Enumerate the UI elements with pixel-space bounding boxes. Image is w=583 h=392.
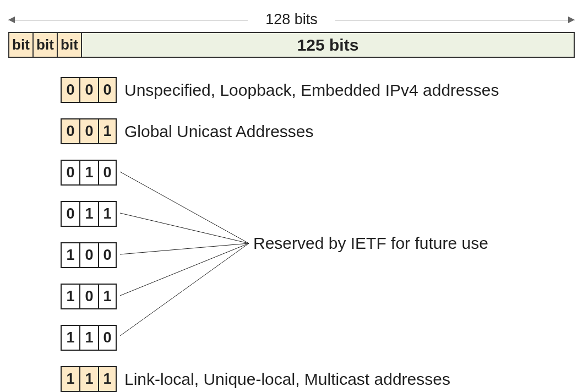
bit-digit: 1 bbox=[98, 118, 117, 144]
bit-triplet: 1 0 0 bbox=[61, 242, 117, 268]
bit-triplet: 0 0 1 bbox=[61, 118, 117, 144]
bit-triplet: 0 0 0 bbox=[61, 77, 117, 103]
bit-digit: 1 bbox=[79, 160, 98, 186]
bit-digit: 1 bbox=[98, 201, 117, 227]
bit-digit: 0 bbox=[61, 160, 79, 186]
prefix-row-110: 1 1 0 bbox=[61, 325, 575, 351]
bit-digit: 0 bbox=[61, 77, 79, 103]
bit-digit: 0 bbox=[98, 242, 117, 268]
prefix-row-111: 1 1 1 Link-local, Unique-local, Multicas… bbox=[61, 366, 575, 392]
bit-digit: 0 bbox=[61, 118, 79, 144]
prefix-row-011: 0 1 1 bbox=[61, 201, 575, 227]
bit-digit: 1 bbox=[79, 366, 98, 392]
prefix-row-010: 0 1 0 bbox=[61, 160, 575, 186]
bit-triplet: 1 1 1 bbox=[61, 366, 117, 392]
bit-triplet: 0 1 0 bbox=[61, 160, 117, 186]
bit-triplet: 1 1 0 bbox=[61, 325, 117, 351]
bit-digit: 1 bbox=[61, 325, 79, 351]
row-desc: Unspecified, Loopback, Embedded IPv4 add… bbox=[124, 81, 499, 100]
width-caption: 128 bits bbox=[8, 11, 575, 31]
bit-digit: 1 bbox=[79, 325, 98, 351]
bit-digit: 0 bbox=[79, 242, 98, 268]
bit-digit: 0 bbox=[79, 284, 98, 309]
bit-digit: 0 bbox=[61, 201, 79, 227]
bit-cell-1: bit bbox=[32, 32, 57, 58]
bit-digit: 1 bbox=[98, 366, 117, 392]
bit-digit: 1 bbox=[61, 284, 79, 309]
bit-digit: 0 bbox=[79, 118, 98, 144]
prefix-row-000: 0 0 0 Unspecified, Loopback, Embedded IP… bbox=[61, 77, 575, 103]
prefix-rows: 0 0 0 Unspecified, Loopback, Embedded IP… bbox=[61, 77, 575, 392]
bit-cell-2: bit bbox=[57, 32, 81, 58]
address-bar: bit bit bit 125 bits bbox=[8, 32, 575, 58]
bit-digit: 0 bbox=[98, 77, 117, 103]
bit-triplet: 0 1 1 bbox=[61, 201, 117, 227]
bit-digit: 0 bbox=[79, 77, 98, 103]
bit-cell-0: bit bbox=[8, 32, 32, 58]
bit-digit: 0 bbox=[98, 325, 117, 351]
row-desc: Global Unicast Addresses bbox=[124, 122, 314, 141]
bit-digit: 1 bbox=[61, 242, 79, 268]
bit-digit: 1 bbox=[98, 284, 117, 309]
prefix-row-101: 1 0 1 bbox=[61, 284, 575, 309]
arrow-right-icon bbox=[568, 17, 575, 23]
prefix-row-001: 0 0 1 Global Unicast Addresses bbox=[61, 118, 575, 144]
bit-digit: 1 bbox=[61, 366, 79, 392]
reserved-label: Reserved by IETF for future use bbox=[253, 234, 488, 253]
caption-line-right bbox=[335, 20, 575, 20]
bit-digit: 1 bbox=[79, 201, 98, 227]
width-caption-text: 128 bits bbox=[255, 11, 328, 28]
bit-triplet: 1 0 1 bbox=[61, 284, 117, 309]
rest-bits-cell: 125 bits bbox=[81, 32, 575, 58]
bit-digit: 0 bbox=[98, 160, 117, 186]
row-desc: Link-local, Unique-local, Multicast addr… bbox=[124, 370, 450, 389]
